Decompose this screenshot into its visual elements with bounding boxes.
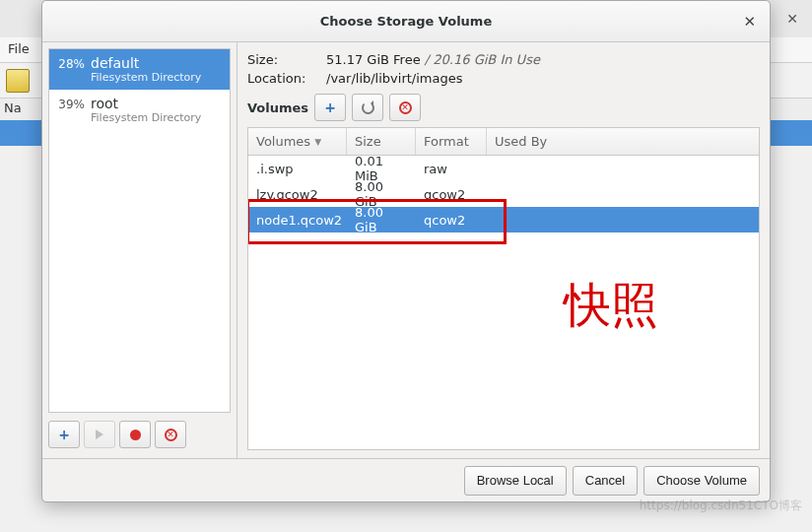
plus-icon: + bbox=[58, 427, 70, 442]
browse-local-button[interactable]: Browse Local bbox=[464, 466, 567, 496]
cell-format: qcow2 bbox=[416, 213, 487, 228]
pool-percent: 28% bbox=[57, 55, 85, 71]
size-value: 51.17 GiB Free / 20.16 GiB In Use bbox=[326, 52, 540, 67]
dialog-titlebar: Choose Storage Volume ✕ bbox=[42, 1, 770, 42]
parent-close-icon[interactable]: ✕ bbox=[786, 11, 798, 27]
dialog-footer: Browse Local Cancel Choose Volume bbox=[42, 458, 770, 501]
cell-format: raw bbox=[416, 162, 487, 176]
volume-pane: Size: 51.17 GiB Free / 20.16 GiB In Use … bbox=[237, 42, 770, 458]
delete-icon: ✕ bbox=[165, 429, 177, 441]
cell-name: lzy.qcow2 bbox=[248, 187, 347, 202]
pool-item-default[interactable]: 28% default Filesystem Directory bbox=[49, 49, 230, 90]
cell-name: .i.swp bbox=[248, 162, 347, 176]
add-volume-button[interactable]: + bbox=[314, 94, 346, 121]
cell-name: node1.qcow2 bbox=[248, 213, 347, 228]
pool-subtitle: Filesystem Directory bbox=[91, 71, 201, 84]
pool-item-root[interactable]: 39% root Filesystem Directory bbox=[49, 90, 230, 130]
table-row[interactable]: lzy.qcow2 8.00 GiB qcow2 bbox=[248, 181, 759, 207]
location-value: /var/lib/libvirt/images bbox=[326, 71, 463, 86]
cell-size: 8.00 GiB bbox=[347, 205, 416, 234]
delete-volume-button[interactable]: ✕ bbox=[389, 94, 421, 121]
table-header: Volumes▼ Size Format Used By bbox=[248, 128, 759, 156]
table-body[interactable]: .i.swp 0.01 MiB raw lzy.qcow2 8.00 GiB q… bbox=[248, 156, 759, 449]
parent-name-col: Na bbox=[4, 100, 22, 115]
close-icon[interactable]: ✕ bbox=[743, 13, 756, 31]
start-pool-button[interactable] bbox=[84, 421, 115, 448]
volume-table: Volumes▼ Size Format Used By .i.swp 0.01… bbox=[247, 127, 760, 450]
col-size[interactable]: Size bbox=[347, 128, 416, 155]
pool-toolbar: + ✕ bbox=[48, 417, 231, 452]
col-volumes[interactable]: Volumes▼ bbox=[248, 128, 347, 155]
stop-pool-button[interactable] bbox=[119, 421, 151, 448]
sort-indicator-icon: ▼ bbox=[314, 137, 321, 147]
refresh-button[interactable] bbox=[352, 94, 383, 121]
refresh-icon bbox=[362, 101, 374, 114]
pool-list[interactable]: 28% default Filesystem Directory 39% roo… bbox=[48, 48, 231, 413]
size-label: Size: bbox=[247, 52, 326, 67]
pool-subtitle: Filesystem Directory bbox=[91, 111, 201, 124]
choose-volume-button[interactable]: Choose Volume bbox=[643, 466, 760, 496]
pool-name: default bbox=[91, 55, 201, 71]
parent-app-icon bbox=[6, 69, 30, 93]
stop-icon bbox=[130, 430, 141, 440]
pool-name: root bbox=[91, 96, 201, 111]
red-annotation-text: 快照 bbox=[564, 274, 658, 337]
col-used-by[interactable]: Used By bbox=[487, 128, 759, 155]
play-icon bbox=[96, 430, 103, 439]
col-format[interactable]: Format bbox=[416, 128, 487, 155]
plus-icon: + bbox=[324, 100, 336, 115]
menu-file[interactable]: File bbox=[8, 41, 30, 56]
add-pool-button[interactable]: + bbox=[48, 421, 80, 448]
delete-icon: ✕ bbox=[399, 101, 412, 114]
table-row[interactable]: .i.swp 0.01 MiB raw bbox=[248, 156, 759, 181]
choose-storage-dialog: Choose Storage Volume ✕ 28% default File… bbox=[41, 0, 771, 502]
delete-pool-button[interactable]: ✕ bbox=[155, 421, 186, 448]
cancel-button[interactable]: Cancel bbox=[573, 466, 638, 496]
cell-format: qcow2 bbox=[416, 187, 487, 202]
dialog-title: Choose Storage Volume bbox=[320, 14, 492, 29]
pool-percent: 39% bbox=[57, 96, 85, 111]
location-label: Location: bbox=[247, 71, 326, 86]
volumes-label: Volumes bbox=[247, 100, 308, 115]
pool-pane: 28% default Filesystem Directory 39% roo… bbox=[42, 42, 237, 458]
table-row[interactable]: node1.qcow2 8.00 GiB qcow2 bbox=[248, 207, 759, 233]
